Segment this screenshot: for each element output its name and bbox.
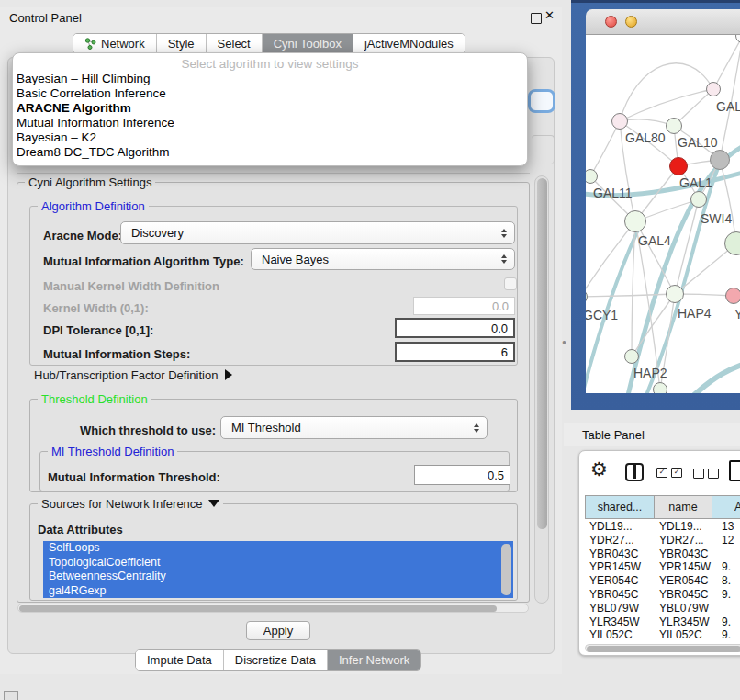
table-cell: YER054C [585,574,655,588]
deselect-all-icon[interactable] [693,469,719,479]
manual-kernel-width-label: Manual Kernel Width Definition [43,279,219,293]
table-cell: YDL19... [585,520,655,534]
mi-steps-label: Mutual Information Steps: [43,347,190,361]
dropdown-item-basic-correlation-inference[interactable]: Basic Correlation Inference [13,86,527,101]
data-attributes-list[interactable]: SelfLoopsTopologicalCoefficientBetweenne… [43,541,513,598]
dropdown-item-bayesian-hill-climbing[interactable]: Bayesian – Hill Climbing [13,72,527,86]
selected-value: MI Threshold [231,421,301,435]
settings-horizontal-scrollbar[interactable] [17,604,529,613]
table-cell: YBL079W [585,602,655,615]
attribute-item-topologicalcoefficient[interactable]: TopologicalCoefficient [43,556,513,570]
table-cell: YBL079W [655,602,712,615]
network-node-node-gray[interactable] [710,150,730,170]
tab-jactivemnodules[interactable]: jActiveMNodules [353,34,465,53]
dropdown-item-aracne-algorithm[interactable]: ARACNE Algorithm [13,101,527,116]
control-panel-tabs: NetworkStyleSelectCyni ToolboxjActiveMNo… [73,33,465,54]
which-threshold-select[interactable]: MI Threshold [220,416,488,439]
table-panel-header[interactable]: Table Panel [564,423,740,446]
table-cell: YLR345W [585,615,655,629]
table-row[interactable]: YER054CYER054C8. [585,574,740,588]
mi-threshold-label: Mutual Information Threshold: [48,470,220,484]
tab-impute-data[interactable]: Impute Data [136,650,223,670]
attribute-item-selfloops[interactable]: SelfLoops [43,541,513,556]
kernel-width-field[interactable]: 0.0 [413,297,515,315]
network-node-hap2[interactable] [624,349,639,364]
dropdown-item-dream8-dc-tdc-algorithm[interactable]: Dream8 DC_TDC Algorithm [13,145,527,160]
tab-label: Infer Network [339,650,409,670]
sources-toggle[interactable]: Sources for Network Inference [38,497,223,511]
network-node-gal10[interactable] [666,118,682,134]
mi-steps-field[interactable]: 6 [395,342,515,362]
aracne-mode-select[interactable]: Discovery [120,221,515,244]
node-label-hap2: HAP2 [633,366,667,380]
dpi-tolerance-field[interactable]: 0.0 [395,318,515,338]
tab-style[interactable]: Style [156,34,206,53]
select-all-icon[interactable]: ✓ ✓ [656,468,682,478]
node-label-gal80: GAL80 [625,130,666,145]
scrollbar-thumb[interactable] [587,646,740,652]
dropdown-item-mutual-information-inference[interactable]: Mutual Information Inference [13,116,527,130]
attribute-item-gal4rgexp[interactable]: gal4RGexp [43,584,513,599]
dropdown-placeholder: Select algorithm to view settings [13,56,527,72]
tab-infer-network[interactable]: Infer Network [327,650,420,670]
network-node-swi4[interactable] [690,191,707,208]
network-node-y-partial[interactable] [725,288,740,304]
tab-cyni-toolbox[interactable]: Cyni Toolbox [262,34,353,53]
network-window[interactable]: GALGAL80GAL10GAL1GAL11SWI4GAL4GCY1HAP4YH… [571,0,740,410]
float-panel-icon[interactable] [531,13,542,24]
column-header-name[interactable]: name [655,495,712,519]
mi-algorithm-type-label: Mutual Information Algorithm Type: [43,254,244,268]
table-row[interactable]: YDR27...YDR27...12 [585,534,740,548]
column-header-shared-name[interactable]: shared... [585,495,655,519]
table-row[interactable]: YPR145WYPR145W9. [585,560,740,574]
table-row[interactable]: YLR345WYLR345W9. [585,615,740,629]
network-node-gal-partial[interactable] [706,82,721,96]
close-panel-icon[interactable]: ✕ [544,8,555,22]
hub-definition-toggle[interactable]: Hub/Transcription Factor Definition [34,368,232,382]
gear-icon[interactable]: ⚙ [590,458,608,480]
tab-select[interactable]: Select [206,34,262,53]
network-canvas[interactable]: GALGAL80GAL10GAL1GAL11SWI4GAL4GCY1HAP4YH… [586,35,740,393]
dropdown-item-bayesian-k2[interactable]: Bayesian – K2 [13,130,527,145]
table-cell: YBR045C [585,588,655,602]
table-row[interactable]: YBR045CYBR045C9. [585,588,740,602]
columns-icon[interactable] [625,463,644,481]
scrollbar-thumb[interactable] [537,178,547,529]
network-node-gal1[interactable] [669,157,688,175]
table-panel: ⚙ ✓ ✓ shared... name A YDL19...YDL19...1… [578,450,740,656]
close-traffic-light-icon[interactable] [605,16,617,28]
table-row[interactable]: YBR043CYBR043C [585,548,740,561]
mi-threshold-field[interactable]: 0.5 [414,465,510,485]
mi-algorithm-type-select[interactable]: Naive Bayes [251,248,515,270]
network-node-node-bottom[interactable] [653,382,667,393]
list-scrollbar-thumb[interactable] [501,544,511,595]
table-cell: 9. [712,588,740,602]
dpi-tolerance-label: DPI Tolerance [0,1]: [43,323,153,337]
manual-kernel-width-checkbox[interactable] [504,277,517,290]
kernel-width-label: Kernel Width (0,1): [43,301,149,315]
network-node-hap4[interactable] [666,285,684,303]
table-cell: YPR145W [655,560,712,574]
tab-discretize-data[interactable]: Discretize Data [223,650,327,670]
settings-vertical-scrollbar[interactable] [534,175,549,604]
network-window-titlebar[interactable] [586,9,740,35]
scrollbar-thumb[interactable] [19,605,497,612]
table-row[interactable]: YBL079WYBL079W [585,602,740,615]
dock-panel-icon[interactable] [4,691,18,700]
splitter-handle[interactable]: ● [562,338,567,346]
column-header-partial[interactable]: A [712,495,740,519]
table-row[interactable]: YDL19...YDL19...13 [585,520,740,534]
table-row[interactable]: YIL052CYIL052C9. [585,628,740,642]
export-table-icon[interactable] [729,460,740,481]
table-body: YDL19...YDL19...13YDR27...YDR27...12YBR0… [585,520,740,642]
minimize-traffic-light-icon[interactable] [625,16,637,28]
table-horizontal-scrollbar[interactable] [585,644,740,652]
network-node-gal4[interactable] [624,210,646,232]
tab-network[interactable]: Network [73,34,156,53]
apply-button[interactable]: Apply [246,621,310,640]
network-node-gal80[interactable] [611,113,628,130]
threshold-definition-group: Threshold Definition Which threshold to … [29,399,518,492]
attribute-item-betweennesscentrality[interactable]: BetweennessCentrality [43,570,513,584]
zoom-traffic-light-icon[interactable] [645,16,657,28]
obscured-combo-fragment[interactable] [528,89,555,113]
